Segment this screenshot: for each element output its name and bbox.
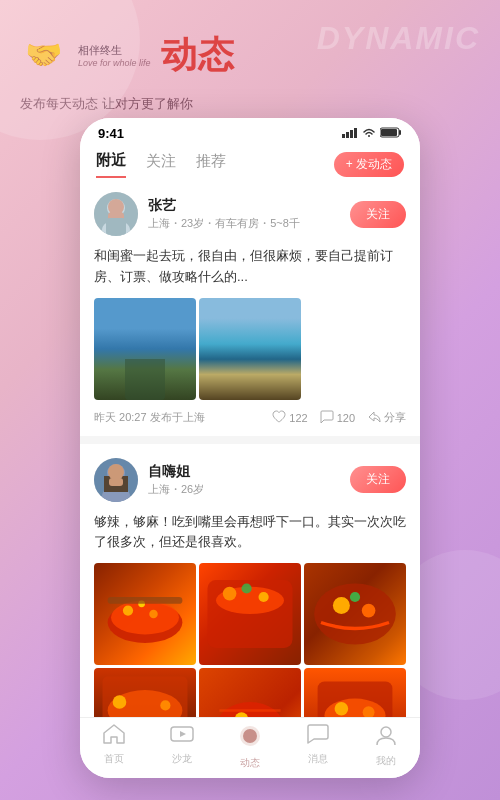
post-time-1: 昨天 20:27 发布于上海 [94, 410, 272, 425]
logo-area: 🤝 相伴终生 Love for whole life [20, 30, 151, 80]
nav-label-home: 首页 [104, 752, 124, 766]
svg-point-29 [242, 584, 252, 594]
user-info-1: 张艺 上海・23岁・有车有房・5~8千 [148, 197, 350, 231]
bottom-nav: 首页 沙龙 动态 消息 我 [80, 717, 420, 778]
post-image-1-1 [94, 298, 196, 400]
share-icon-1 [367, 410, 381, 426]
nav-label-salon: 沙龙 [172, 752, 192, 766]
user-meta-1: 上海・23岁・有车有房・5~8千 [148, 216, 350, 231]
post-text-2: 够辣，够麻！吃到嘴里会再想呼下一口。其实一次次吃了很多次，但还是很喜欢。 [94, 512, 406, 554]
status-bar: 9:41 [80, 118, 420, 145]
svg-point-37 [160, 700, 170, 710]
salon-icon [170, 724, 194, 749]
svg-rect-12 [106, 218, 126, 236]
comment-action-1[interactable]: 120 [320, 410, 355, 426]
phone-container: 9:41 附近 关注 推荐 + 发动态 [80, 118, 420, 778]
svg-marker-49 [180, 731, 186, 737]
img-grid-1 [94, 298, 406, 400]
nav-item-mine[interactable]: 我的 [352, 724, 420, 770]
logo-text: 相伴终生 Love for whole life [78, 43, 151, 68]
app-header: 🤝 相伴终生 Love for whole life 动态 DYNAMIC [0, 0, 500, 95]
svg-point-36 [113, 695, 127, 709]
status-time: 9:41 [98, 126, 124, 141]
svg-point-33 [350, 592, 360, 602]
logo-icon: 🤝 [20, 30, 70, 80]
svg-rect-2 [346, 132, 349, 138]
post-image-2-3 [304, 563, 406, 665]
post-footer-1: 昨天 20:27 发布于上海 122 120 [94, 410, 406, 426]
svg-point-22 [149, 610, 158, 619]
feed-scroll[interactable]: 张艺 上海・23岁・有车有房・5~8千 关注 和闺蜜一起去玩，很自由，但很麻烦，… [80, 178, 420, 717]
wifi-icon [362, 128, 376, 140]
avatar-2 [94, 458, 138, 502]
share-label-1: 分享 [384, 410, 406, 425]
svg-point-32 [362, 604, 376, 618]
svg-point-20 [111, 601, 179, 635]
svg-point-28 [259, 592, 269, 602]
svg-point-51 [243, 729, 257, 743]
post-text-1: 和闺蜜一起去玩，很自由，但很麻烦，要自己提前订房、订票、做攻略什么的... [94, 246, 406, 288]
nav-item-home[interactable]: 首页 [80, 724, 148, 770]
post-card-2: 自嗨姐 上海・26岁 关注 够辣，够麻！吃到嘴里会再想呼下一口。其实一次次吃了很… [80, 444, 420, 717]
user-row-1: 张艺 上海・23岁・有车有房・5~8千 关注 [94, 192, 406, 236]
mine-icon [375, 724, 397, 751]
user-name-1: 张艺 [148, 197, 350, 215]
svg-rect-3 [350, 130, 353, 138]
svg-point-21 [123, 606, 133, 616]
svg-rect-18 [109, 478, 123, 486]
follow-btn-1[interactable]: 关注 [350, 201, 406, 228]
like-icon-1 [272, 410, 286, 426]
svg-rect-24 [108, 597, 183, 604]
nav-label-message: 消息 [308, 752, 328, 766]
message-icon [307, 724, 329, 749]
nav-item-dynamic[interactable]: 动态 [216, 724, 284, 770]
logo-en: Love for whole life [78, 58, 151, 68]
svg-rect-4 [354, 128, 357, 138]
post-image-2-6 [304, 668, 406, 717]
dynamic-icon [238, 724, 262, 753]
header-watermark: DYNAMIC [317, 20, 480, 57]
nav-item-message[interactable]: 消息 [284, 724, 352, 770]
svg-point-27 [223, 587, 237, 601]
comment-count-1: 120 [337, 412, 355, 424]
svg-point-31 [333, 597, 350, 614]
user-meta-2: 上海・26岁 [148, 482, 350, 497]
comment-icon-1 [320, 410, 334, 426]
svg-text:🤝: 🤝 [25, 37, 63, 73]
post-image-2-4 [94, 668, 196, 717]
img-grid-2 [94, 563, 406, 717]
post-image-1-3 [304, 298, 406, 400]
svg-rect-1 [342, 134, 345, 138]
signal-icon [342, 128, 358, 140]
avatar-1 [94, 192, 138, 236]
user-name-2: 自嗨姐 [148, 463, 350, 481]
post-actions-1: 122 120 分享 [272, 410, 406, 426]
battery-icon [380, 127, 402, 140]
svg-point-17 [108, 464, 124, 480]
nav-label-mine: 我的 [376, 754, 396, 768]
tab-recommend[interactable]: 推荐 [196, 152, 226, 177]
post-image-1-2 [199, 298, 301, 400]
user-info-2: 自嗨姐 上海・26岁 [148, 463, 350, 497]
nav-item-salon[interactable]: 沙龙 [148, 724, 216, 770]
status-icons [342, 127, 402, 140]
tab-follow[interactable]: 关注 [146, 152, 176, 177]
svg-point-45 [335, 702, 349, 716]
tab-nearby[interactable]: 附近 [96, 151, 126, 178]
follow-btn-2[interactable]: 关注 [350, 466, 406, 493]
post-image-2-1 [94, 563, 196, 665]
post-button[interactable]: + 发动态 [334, 152, 404, 177]
nav-label-dynamic: 动态 [240, 756, 260, 770]
like-count-1: 122 [289, 412, 307, 424]
share-action-1[interactable]: 分享 [367, 410, 406, 426]
post-card-1: 张艺 上海・23岁・有车有房・5~8千 关注 和闺蜜一起去玩，很自由，但很麻烦，… [80, 178, 420, 436]
nav-tabs: 附近 关注 推荐 + 发动态 [80, 145, 420, 178]
home-icon [103, 724, 125, 749]
logo-cn: 相伴终生 [78, 43, 151, 58]
post-image-2-2 [199, 563, 301, 665]
user-row-2: 自嗨姐 上海・26岁 关注 [94, 458, 406, 502]
header-title: 动态 [161, 31, 235, 80]
svg-point-52 [381, 727, 391, 737]
post-image-2-5 [199, 668, 301, 717]
like-action-1[interactable]: 122 [272, 410, 307, 426]
